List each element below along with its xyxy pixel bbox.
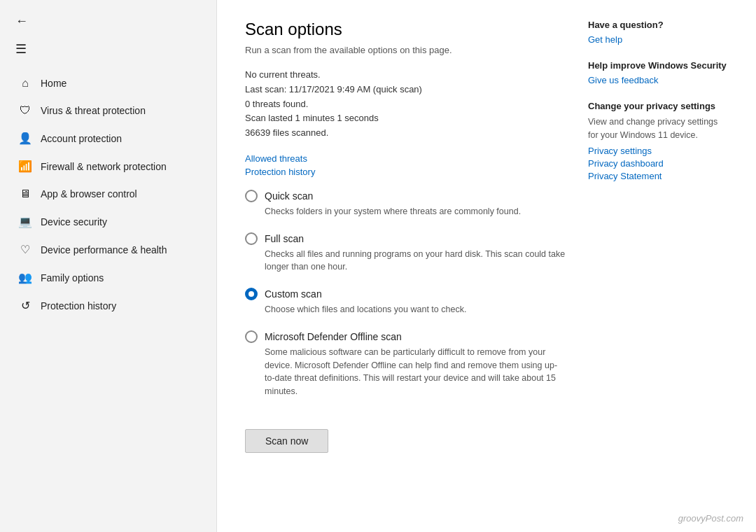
firewall-icon: 📶 bbox=[18, 160, 32, 173]
scan-options-list: Quick scanChecks folders in your system … bbox=[245, 190, 567, 398]
privacy-title: Change your privacy settings bbox=[588, 101, 728, 111]
offline-scan-label: Microsoft Defender Offline scan bbox=[265, 331, 402, 342]
quick-scan-radio[interactable] bbox=[245, 190, 258, 202]
virus-threat-icon: 🛡 bbox=[18, 104, 32, 117]
menu-button[interactable]: ☰ bbox=[11, 36, 205, 62]
custom-scan-radio[interactable] bbox=[245, 288, 258, 300]
sidebar-item-device-security[interactable]: 💻 Device security bbox=[4, 208, 212, 235]
custom-scan-option: Custom scanChoose which files and locati… bbox=[245, 288, 567, 316]
firewall-label: Firewall & network protection bbox=[41, 161, 167, 172]
device-security-icon: 💻 bbox=[18, 215, 32, 228]
center-panel: Scan options Run a scan from the availab… bbox=[245, 20, 581, 512]
sidebar-item-home[interactable]: ⌂ Home bbox=[4, 70, 212, 97]
home-icon: ⌂ bbox=[18, 77, 32, 90]
status-line2: Last scan: 11/17/2021 9:49 AM (quick sca… bbox=[245, 83, 567, 97]
protection-history-link[interactable]: Protection history bbox=[245, 167, 567, 177]
privacy-statement-link[interactable]: Privacy Statement bbox=[588, 171, 728, 181]
sidebar-item-device-performance[interactable]: ♡ Device performance & health bbox=[4, 236, 212, 263]
privacy-settings-link[interactable]: Privacy settings bbox=[588, 146, 728, 156]
app-browser-label: App & browser control bbox=[41, 188, 137, 200]
improve-title: Help improve Windows Security bbox=[588, 60, 728, 71]
quick-scan-label: Quick scan bbox=[265, 190, 313, 202]
quick-scan-header[interactable]: Quick scan bbox=[245, 190, 567, 202]
full-scan-header[interactable]: Full scan bbox=[245, 232, 567, 245]
scan-status: No current threats. Last scan: 11/17/202… bbox=[245, 68, 567, 141]
full-scan-option: Full scanChecks all files and running pr… bbox=[245, 232, 567, 274]
back-icon: ← bbox=[15, 14, 28, 29]
device-security-label: Device security bbox=[41, 216, 107, 227]
right-section-improve: Help improve Windows SecurityGive us fee… bbox=[588, 60, 728, 85]
custom-scan-header[interactable]: Custom scan bbox=[245, 288, 567, 300]
offline-scan-header[interactable]: Microsoft Defender Offline scan bbox=[245, 330, 567, 343]
scan-now-button[interactable]: Scan now bbox=[245, 429, 328, 453]
page-title: Scan options bbox=[245, 20, 567, 39]
custom-scan-label: Custom scan bbox=[265, 288, 322, 300]
sidebar-top-controls: ← ☰ bbox=[0, 6, 216, 69]
custom-scan-desc: Choose which files and locations you wan… bbox=[265, 303, 567, 316]
menu-icon: ☰ bbox=[15, 41, 27, 57]
status-links: Allowed threatsProtection history bbox=[245, 153, 567, 177]
give-feedback-link[interactable]: Give us feedback bbox=[588, 75, 728, 85]
privacy-dashboard-link[interactable]: Privacy dashboard bbox=[588, 158, 728, 169]
page-subtitle: Run a scan from the available options on… bbox=[245, 45, 567, 55]
home-label: Home bbox=[41, 78, 66, 89]
full-scan-desc: Checks all files and running programs on… bbox=[265, 248, 567, 274]
sidebar-item-protection-history[interactable]: ↺ Protection history bbox=[4, 292, 212, 319]
full-scan-label: Full scan bbox=[265, 233, 304, 244]
sidebar-item-app-browser[interactable]: 🖥 App & browser control bbox=[4, 181, 212, 207]
account-protection-label: Account protection bbox=[41, 133, 122, 144]
protection-history-label: Protection history bbox=[41, 300, 116, 312]
offline-scan-radio[interactable] bbox=[245, 330, 258, 343]
status-line1: No current threats. bbox=[245, 68, 567, 83]
quick-scan-desc: Checks folders in your system where thre… bbox=[265, 205, 567, 218]
sidebar-item-virus-threat[interactable]: 🛡 Virus & threat protection bbox=[4, 97, 212, 124]
family-options-label: Family options bbox=[41, 272, 104, 284]
right-panel: Have a question?Get helpHelp improve Win… bbox=[581, 20, 728, 512]
family-options-icon: 👥 bbox=[18, 271, 32, 284]
right-section-privacy: Change your privacy settingsView and cha… bbox=[588, 101, 728, 181]
status-line3: 0 threats found. bbox=[245, 97, 567, 112]
quick-scan-option: Quick scanChecks folders in your system … bbox=[245, 190, 567, 218]
app-browser-icon: 🖥 bbox=[18, 188, 32, 200]
get-help-link[interactable]: Get help bbox=[588, 34, 728, 45]
account-protection-icon: 👤 bbox=[18, 132, 32, 145]
right-section-question: Have a question?Get help bbox=[588, 20, 728, 45]
virus-threat-label: Virus & threat protection bbox=[41, 105, 146, 116]
sidebar-item-firewall[interactable]: 📶 Firewall & network protection bbox=[4, 153, 212, 180]
sidebar-item-account-protection[interactable]: 👤 Account protection bbox=[4, 125, 212, 152]
status-line4: Scan lasted 1 minutes 1 seconds bbox=[245, 111, 567, 126]
watermark: groovyPost.com bbox=[678, 513, 743, 524]
status-line5: 36639 files scanned. bbox=[245, 126, 567, 141]
device-performance-label: Device performance & health bbox=[41, 244, 167, 255]
privacy-desc: View and change privacy settings for you… bbox=[588, 115, 728, 142]
question-title: Have a question? bbox=[588, 20, 728, 30]
allowed-threats-link[interactable]: Allowed threats bbox=[245, 153, 567, 164]
protection-history-icon: ↺ bbox=[18, 299, 32, 312]
sidebar-item-family-options[interactable]: 👥 Family options bbox=[4, 264, 212, 291]
offline-scan-desc: Some malicious software can be particula… bbox=[265, 346, 567, 398]
main-area: Scan options Run a scan from the availab… bbox=[217, 0, 756, 532]
back-button[interactable]: ← bbox=[11, 8, 205, 34]
full-scan-radio[interactable] bbox=[245, 232, 258, 245]
offline-scan-option: Microsoft Defender Offline scanSome mali… bbox=[245, 330, 567, 398]
sidebar: ← ☰ ⌂ Home 🛡 Virus & threat protection 👤… bbox=[0, 0, 217, 532]
device-performance-icon: ♡ bbox=[18, 243, 32, 256]
sidebar-nav: ⌂ Home 🛡 Virus & threat protection 👤 Acc… bbox=[0, 69, 216, 532]
